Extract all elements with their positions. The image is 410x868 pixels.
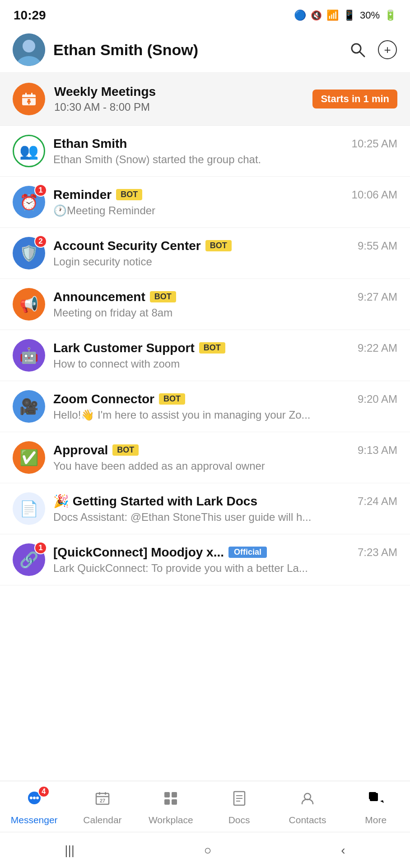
chat-content: Announcement BOT 9:27 AM Meeting on frid…: [53, 290, 397, 319]
chat-header-row: Account Security Center BOT 9:55 AM: [53, 239, 397, 253]
avatar-wrapper: ✅: [13, 441, 45, 474]
chat-name: Account Security Center: [53, 239, 201, 253]
avatar-icon: ⏰: [19, 193, 38, 211]
svg-rect-27: [369, 792, 376, 799]
add-button[interactable]: +: [377, 40, 397, 60]
chat-header-row: 🎉 Getting Started with Lark Docs 7:24 AM: [53, 494, 397, 509]
nav-item-workplace[interactable]: Workplace: [144, 788, 198, 826]
add-icon: +: [378, 40, 397, 59]
bluetooth-icon: 🔵: [294, 9, 306, 21]
bot-tag: BOT: [159, 393, 185, 405]
search-button[interactable]: [348, 40, 368, 60]
chat-time: 9:13 AM: [358, 444, 397, 457]
chat-preview: Hello!👋 I'm here to assist you in managi…: [53, 409, 397, 421]
avatar-wrapper: 👥: [13, 135, 45, 167]
chat-name: [QuickConnect] Moodjoy x...: [53, 545, 224, 560]
unread-badge: 1: [34, 542, 47, 554]
chat-content: Lark Customer Support BOT 9:22 AM How to…: [53, 341, 397, 370]
svg-rect-7: [28, 99, 30, 100]
chat-name-row: [QuickConnect] Moodjoy x... Official: [53, 545, 267, 560]
list-item[interactable]: 🤖 Lark Customer Support BOT 9:22 AM How …: [0, 330, 410, 381]
chat-name-row: Announcement BOT: [53, 290, 176, 304]
chat-avatar: 🎥: [13, 390, 45, 423]
chat-content: Approval BOT 9:13 AM You have been added…: [53, 443, 397, 472]
home-button[interactable]: ○: [191, 839, 225, 862]
calendar-bell-icon: [20, 90, 38, 108]
bot-tag: BOT: [205, 240, 232, 251]
list-item[interactable]: 🔗 1 [QuickConnect] Moodjoy x... Official…: [0, 534, 410, 585]
chat-name: Reminder: [53, 188, 112, 202]
battery-indicator: 30%: [360, 9, 380, 21]
unread-badge: 1: [34, 184, 47, 197]
svg-rect-3: [25, 93, 27, 96]
bottom-nav: 4 Messenger 27 Calendar Workplace Docs C…: [0, 781, 410, 832]
avatar-icon: 🤖: [19, 346, 38, 364]
svg-point-9: [30, 797, 33, 799]
chat-name-row: 🎉 Getting Started with Lark Docs: [53, 494, 257, 509]
system-nav: ||| ○ ‹: [0, 832, 410, 868]
chat-name-row: Zoom Connector BOT: [53, 392, 185, 406]
meeting-info: Weekly Meetings 10:30 AM - 8:00 PM: [54, 85, 303, 113]
bot-tag: BOT: [150, 291, 176, 302]
chat-time: 7:24 AM: [358, 495, 397, 508]
chat-preview: 🕐Meeting Reminder: [53, 204, 397, 217]
nav-item-docs[interactable]: Docs: [212, 788, 266, 826]
chat-name-row: Ethan Smith: [53, 137, 127, 151]
chat-content: Zoom Connector BOT 9:20 AM Hello!👋 I'm h…: [53, 392, 397, 421]
nav-label-workplace: Workplace: [149, 815, 193, 826]
avatar[interactable]: [13, 33, 45, 66]
meeting-banner[interactable]: Weekly Meetings 10:30 AM - 8:00 PM Start…: [0, 73, 410, 126]
nav-label-more: More: [365, 815, 387, 826]
chat-content: 🎉 Getting Started with Lark Docs 7:24 AM…: [53, 494, 397, 524]
list-item[interactable]: 🎥 Zoom Connector BOT 9:20 AM Hello!👋 I'm…: [0, 381, 410, 432]
avatar-icon: 📢: [19, 295, 38, 313]
nav-icon-wrapper: [296, 788, 319, 812]
chat-avatar: ✅: [13, 441, 45, 474]
nav-label-contacts: Contacts: [289, 815, 326, 826]
chat-preview: Meeting on friday at 8am: [53, 307, 397, 319]
svg-point-11: [36, 797, 39, 799]
chat-header-row: [QuickConnect] Moodjoy x... Official 7:2…: [53, 545, 397, 560]
list-item[interactable]: ⏰ 1 Reminder BOT 10:06 AM 🕐Meeting Remin…: [0, 177, 410, 228]
chat-time: 7:23 AM: [358, 546, 397, 559]
chat-preview: You have been added as an approval owner: [53, 460, 397, 472]
nav-icon-wrapper: 4: [23, 788, 46, 812]
meeting-time: 10:30 AM - 8:00 PM: [54, 101, 303, 113]
chat-avatar: 📢: [13, 288, 45, 321]
chat-time: 10:25 AM: [352, 137, 397, 150]
chat-preview: Lark QuickConnect: To provide you with a…: [53, 562, 397, 575]
list-item[interactable]: 📢 Announcement BOT 9:27 AM Meeting on fr…: [0, 279, 410, 330]
nav-item-more[interactable]: More: [349, 788, 403, 826]
list-item[interactable]: 🛡️ 2 Account Security Center BOT 9:55 AM…: [0, 228, 410, 279]
menu-button[interactable]: |||: [51, 839, 88, 862]
nav-icon-wrapper: 27: [91, 788, 114, 812]
bot-tag: BOT: [116, 189, 142, 200]
nav-item-messenger[interactable]: 4 Messenger: [7, 788, 61, 826]
nav-item-contacts[interactable]: Contacts: [280, 788, 335, 826]
chat-header-row: Announcement BOT 9:27 AM: [53, 290, 397, 304]
list-item[interactable]: ✅ Approval BOT 9:13 AM You have been add…: [0, 432, 410, 483]
list-item[interactable]: 📄 🎉 Getting Started with Lark Docs 7:24 …: [0, 483, 410, 534]
back-button[interactable]: ‹: [327, 839, 359, 862]
chat-header-row: Lark Customer Support BOT 9:22 AM: [53, 341, 397, 355]
list-item[interactable]: 👥 Ethan Smith 10:25 AM Ethan Smith (Snow…: [0, 126, 410, 177]
meeting-badge[interactable]: Starts in 1 min: [312, 90, 397, 108]
docs-icon: [231, 790, 247, 810]
search-icon: [349, 41, 366, 58]
svg-rect-18: [172, 792, 177, 797]
chat-name: Announcement: [53, 290, 145, 304]
nav-item-calendar[interactable]: 27 Calendar: [75, 788, 130, 826]
bot-tag: BOT: [112, 444, 139, 456]
chat-preview: Docs Assistant: @Ethan StoneThis user gu…: [53, 511, 397, 524]
chat-name-row: Reminder BOT: [53, 188, 142, 202]
nav-label-messenger: Messenger: [11, 815, 58, 826]
avatar-wrapper: 🎥: [13, 390, 45, 423]
nav-icon-wrapper: [364, 788, 387, 812]
chat-name: Approval: [53, 443, 108, 458]
nav-icon-wrapper: [159, 788, 182, 812]
svg-rect-14: [99, 792, 100, 795]
chat-content: [QuickConnect] Moodjoy x... Official 7:2…: [53, 545, 397, 575]
chat-name: Zoom Connector: [53, 392, 154, 406]
meeting-icon: [13, 83, 45, 115]
svg-rect-17: [164, 792, 170, 797]
